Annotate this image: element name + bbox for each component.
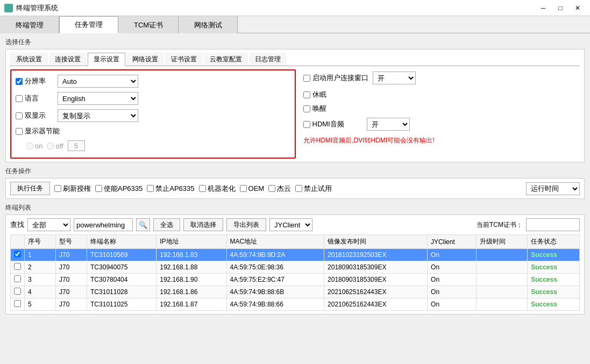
disable-trial-checkbox[interactable] bbox=[295, 185, 302, 192]
task-ops-panel: 执行任务 刷新授権 使能AP6335 禁止AP6335 机器老化 OEM bbox=[5, 178, 585, 199]
row-checkbox[interactable] bbox=[14, 300, 21, 307]
col-name: 终端名称 bbox=[87, 235, 157, 249]
hdmi-audio-checkbox[interactable] bbox=[303, 121, 310, 128]
sub-tab-system[interactable]: 系统设置 bbox=[10, 53, 48, 66]
row-checkbox[interactable] bbox=[14, 275, 21, 282]
off-label: off bbox=[55, 142, 63, 150]
jycloud-checkbox[interactable] bbox=[268, 185, 275, 192]
filter-select[interactable]: 全部 在线 离线 bbox=[27, 218, 70, 231]
tab-terminal[interactable]: 终端管理 bbox=[0, 16, 59, 33]
row-num: 5 bbox=[25, 298, 56, 311]
row-checkbox-cell[interactable] bbox=[11, 261, 25, 274]
row-model: J70 bbox=[56, 286, 87, 298]
search-input[interactable] bbox=[74, 218, 133, 231]
terminal-table: 序号 型号 终端名称 IP地址 MAC地址 镜像发布时间 JYClient 升级… bbox=[10, 234, 580, 311]
run-time-select[interactable]: 运行时间 bbox=[526, 182, 580, 195]
maximize-button[interactable]: □ bbox=[552, 3, 568, 13]
terminal-list-label: 终端列表 bbox=[5, 203, 585, 212]
tab-tcm[interactable]: TCM证书 bbox=[118, 16, 179, 33]
row-image-time: 20180903185309EX bbox=[324, 274, 428, 286]
row-name: TC30780404 bbox=[87, 274, 157, 286]
tab-network[interactable]: 网络测试 bbox=[179, 16, 238, 33]
sub-tab-network[interactable]: 网络设置 bbox=[126, 53, 164, 66]
dual-display-row: 双显示 复制显示 扩展显示 bbox=[16, 109, 290, 122]
language-checkbox[interactable] bbox=[16, 95, 23, 102]
row-name: TC31011028 bbox=[87, 286, 157, 298]
row-upgrade-time bbox=[476, 261, 528, 274]
row-status: Success bbox=[528, 249, 580, 261]
hdmi-audio-select[interactable]: 开 关 bbox=[367, 118, 410, 131]
oem-checkbox[interactable] bbox=[240, 185, 247, 192]
dual-display-select[interactable]: 复制显示 扩展显示 bbox=[58, 109, 138, 122]
wake-checkbox[interactable] bbox=[303, 105, 310, 112]
monitor-power-checkbox[interactable] bbox=[16, 128, 23, 135]
sleep-checkbox[interactable] bbox=[303, 91, 310, 98]
row-checkbox[interactable] bbox=[14, 251, 21, 258]
terminal-list-panel: 查找 全部 在线 离线 🔍 全选 取消选择 导出列表 JYClient 其他 当… bbox=[5, 215, 585, 315]
jyclient-select[interactable]: JYClient 其他 bbox=[269, 218, 312, 231]
row-ip: 192.168.1.83 bbox=[157, 249, 226, 261]
table-row[interactable]: 3 J70 TC30780404 192.168.1.90 4A:59:75:E… bbox=[11, 274, 580, 286]
row-upgrade-time bbox=[476, 286, 528, 298]
aging-checkbox[interactable] bbox=[199, 185, 206, 192]
sub-tab-cert[interactable]: 证书设置 bbox=[165, 53, 203, 66]
resolution-label-text: 分辨率 bbox=[25, 76, 46, 86]
row-ip: 192.168.1.88 bbox=[157, 261, 226, 274]
row-jyclient: On bbox=[428, 298, 476, 311]
select-task-label: 选择任务 bbox=[5, 38, 585, 47]
col-ip: IP地址 bbox=[157, 235, 226, 249]
table-row[interactable]: 5 J70 TC31011025 192.168.1.87 4A:59:74:9… bbox=[11, 298, 580, 311]
power-value-input[interactable] bbox=[68, 140, 85, 151]
row-status: Success bbox=[528, 274, 580, 286]
sub-tab-display[interactable]: 显示设置 bbox=[88, 53, 125, 66]
off-radio[interactable] bbox=[47, 142, 54, 149]
table-row[interactable]: 2 J70 TC30940075 192.168.1.88 4A:59:75:0… bbox=[11, 261, 580, 274]
sub-tab-connection[interactable]: 连接设置 bbox=[49, 53, 87, 66]
resolution-select[interactable]: Auto 1920x1080 1280x720 bbox=[58, 75, 138, 88]
sub-tab-classroom[interactable]: 云教室配置 bbox=[204, 53, 248, 66]
tcm-input[interactable] bbox=[526, 218, 580, 231]
deselect-button[interactable]: 取消选择 bbox=[183, 218, 223, 231]
main-tabs: 终端管理 任务管理 TCM证书 网络测试 bbox=[0, 16, 590, 33]
tcm-label: 当前TCM证书： bbox=[477, 220, 523, 230]
row-upgrade-time bbox=[476, 249, 528, 261]
auto-connect-checkbox[interactable] bbox=[303, 75, 310, 82]
auto-connect-label-wrap: 启动用户连接窗口 bbox=[303, 73, 368, 83]
row-checkbox-cell[interactable] bbox=[11, 274, 25, 286]
dual-display-checkbox[interactable] bbox=[16, 112, 23, 119]
auto-connect-label: 启动用户连接窗口 bbox=[312, 73, 368, 83]
select-all-button[interactable]: 全选 bbox=[153, 218, 180, 231]
on-label: on bbox=[35, 142, 42, 150]
close-button[interactable]: ✕ bbox=[570, 3, 586, 13]
refresh-checkbox[interactable] bbox=[54, 185, 61, 192]
jycloud-label: 杰云 bbox=[268, 184, 291, 194]
auto-connect-select[interactable]: 开 关 bbox=[373, 72, 416, 84]
resolution-row: 分辨率 Auto 1920x1080 1280x720 bbox=[16, 75, 290, 88]
row-checkbox-cell[interactable] bbox=[11, 249, 25, 261]
search-button[interactable]: 🔍 bbox=[136, 218, 150, 231]
enable-ap6335-checkbox[interactable] bbox=[95, 185, 102, 192]
disable-ap6335-label: 禁止AP6335 bbox=[147, 184, 194, 194]
disable-ap6335-checkbox[interactable] bbox=[147, 185, 154, 192]
row-jyclient: On bbox=[428, 274, 476, 286]
wake-row: 唤醒 bbox=[303, 104, 578, 113]
row-ip: 192.168.1.90 bbox=[157, 274, 226, 286]
sub-tab-log[interactable]: 日志管理 bbox=[249, 53, 287, 66]
sleep-row: 休眠 bbox=[303, 90, 578, 99]
export-button[interactable]: 导出列表 bbox=[226, 218, 266, 231]
row-checkbox[interactable] bbox=[14, 288, 21, 295]
row-checkbox[interactable] bbox=[14, 263, 21, 270]
exec-task-button[interactable]: 执行任务 bbox=[10, 182, 50, 195]
tab-task[interactable]: 任务管理 bbox=[59, 16, 118, 33]
row-status: Success bbox=[528, 298, 580, 311]
minimize-button[interactable]: ─ bbox=[535, 3, 551, 13]
table-row[interactable]: 1 J70 TC31010569 192.168.1.83 4A:59:74:9… bbox=[11, 249, 580, 261]
table-row[interactable]: 4 J70 TC31011028 192.168.1.86 4A:59:74:9… bbox=[11, 286, 580, 298]
on-radio[interactable] bbox=[26, 142, 33, 149]
resolution-checkbox[interactable] bbox=[16, 78, 23, 85]
row-checkbox-cell[interactable] bbox=[11, 298, 25, 311]
row-model: J70 bbox=[56, 298, 87, 311]
row-checkbox-cell[interactable] bbox=[11, 286, 25, 298]
row-image-time: 20210625162443EX bbox=[324, 298, 428, 311]
language-select[interactable]: English 中文 bbox=[58, 92, 138, 105]
